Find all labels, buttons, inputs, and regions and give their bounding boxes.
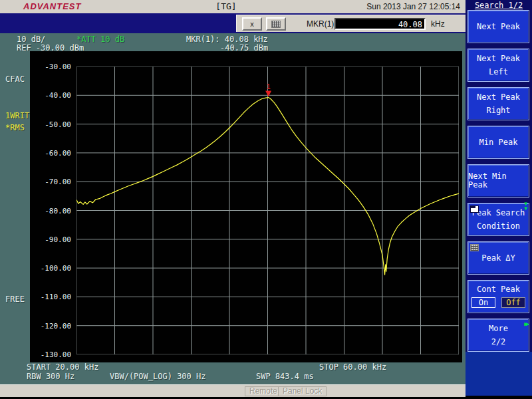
y-tick-label: -60.00 <box>30 149 71 158</box>
rbw-readout: RBW 300 Hz <box>27 372 74 381</box>
softkey-peak-search-condition[interactable]: Peak SearchCondition <box>467 203 529 236</box>
marker-readout-freq: MKR(1): 40.08 kHz <box>186 35 268 44</box>
softkey-label: Peak Search <box>472 209 525 217</box>
marker-toolbar-row: x MKR(1): 40.08 kHz <box>0 13 466 33</box>
double-right-arrow-icon <box>524 321 527 327</box>
y-tick-label: -30.00 <box>30 63 71 71</box>
spectrum-analyzer-screen: ADVANTEST [TG] Sun 2013 Jan 27 12:05:14 … <box>0 0 532 399</box>
softkey-label: Left <box>489 68 508 76</box>
side-label-free: FREE <box>5 295 25 304</box>
softkey-label: Cont Peak <box>477 285 520 294</box>
softkey-column: Search 1/2 Next PeakNext PeakLeftNext Pe… <box>466 0 532 396</box>
softkey-label: Right <box>486 106 510 115</box>
stop-frequency-readout: STOP 60.00 kHz <box>319 362 386 372</box>
keypad-button[interactable] <box>266 17 286 31</box>
softkey-next-peak-right[interactable]: Next PeakRight <box>467 87 529 120</box>
vbw-readout: VBW/(POW_LOG) 300 Hz <box>110 372 206 381</box>
softkey-label: Peak ΔY <box>481 254 515 263</box>
datetime-label: Sun 2013 Jan 27 12:05:14 <box>366 2 460 11</box>
softkey-label: Next Peak <box>477 55 520 63</box>
advantest-logo: ADVANTEST <box>23 1 81 11</box>
mkr-frequency-input[interactable]: 40.08 <box>334 18 426 30</box>
sweep-time-readout: SWP 843.4 ms <box>256 372 314 381</box>
mkr-unit-label: kHz <box>431 19 445 29</box>
start-frequency-readout: START 20.00 kHz <box>27 362 98 372</box>
toggle-group: OnOff <box>471 297 525 308</box>
side-label-cfac: CFAC <box>5 74 25 84</box>
softkey-label: More <box>489 325 508 333</box>
mkr-field-label: MKR(1): <box>307 19 336 29</box>
y-tick-label: -130.00 <box>30 350 71 359</box>
instrument-panel: 10 dB/ *ATT 10 dB MKR(1): 40.08 kHz REF … <box>0 33 466 384</box>
tg-mode-label: [TG] <box>200 1 253 11</box>
remote-indicator: Remote <box>245 386 282 396</box>
keypad-icon <box>271 21 281 28</box>
crt-display: -30.00-40.00-50.00-60.00-70.00-80.00-90.… <box>30 51 462 362</box>
double-down-arrow-icon <box>524 201 527 211</box>
softkey-label: 2/2 <box>491 338 506 346</box>
scale-readout: 10 dB/ <box>17 35 45 44</box>
y-tick-label: -80.00 <box>30 207 71 215</box>
marker-number-label: 1 <box>266 82 271 91</box>
softkey-more[interactable]: More2/2 <box>467 319 529 352</box>
y-tick-label: -70.00 <box>30 178 71 186</box>
y-tick-label: -120.00 <box>30 322 71 331</box>
y-tick-label: -40.00 <box>30 91 71 100</box>
side-label-rms: *RMS <box>5 123 25 132</box>
softkey-next-min-peak[interactable]: Next Min Peak <box>467 164 529 198</box>
softkey-label: Min Peak <box>479 138 518 147</box>
softkey-cont-peak[interactable]: Cont PeakOnOff <box>467 280 529 313</box>
softkey-label: Condition <box>477 222 520 231</box>
softkey-label: Next Peak <box>477 23 520 31</box>
close-button[interactable]: x <box>242 17 262 31</box>
softkey-label: Next Peak <box>477 93 520 102</box>
softkey-menu-title: Search 1/2 <box>466 1 532 10</box>
title-bar: ADVANTEST [TG] Sun 2013 Jan 27 12:05:14 <box>0 0 466 13</box>
panel-lock-indicator: Panel Lock <box>278 386 327 396</box>
softkey-next-peak-left[interactable]: Next PeakLeft <box>467 49 529 82</box>
toggle-off-option[interactable]: Off <box>501 297 525 308</box>
softkey-min-peak[interactable]: Min Peak <box>467 126 529 159</box>
toggle-on-option[interactable]: On <box>471 297 495 308</box>
softkey-peak-delta-y[interactable]: Peak ΔY <box>467 241 529 275</box>
spectrum-plot: 1 <box>76 66 459 354</box>
attenuation-readout: *ATT 10 dB <box>76 35 124 44</box>
y-tick-label: -90.00 <box>30 235 71 244</box>
marker-toolbar: x MKR(1): 40.08 kHz <box>236 15 466 32</box>
keypad-icon <box>470 244 479 251</box>
status-bar: Remote Panel Lock <box>0 384 466 397</box>
y-tick-label: -100.00 <box>30 264 71 273</box>
softkey-label: Next Min Peak <box>468 172 529 190</box>
graticule-grid <box>76 66 459 354</box>
softkey-column-filler <box>466 352 532 396</box>
y-tick-label: -110.00 <box>30 293 71 301</box>
marker-triangle-icon <box>265 91 271 97</box>
y-tick-label: -50.00 <box>30 120 71 129</box>
marker-1: 1 <box>265 82 271 97</box>
softkey-next-peak[interactable]: Next Peak <box>467 10 529 43</box>
window-icon <box>470 205 479 213</box>
